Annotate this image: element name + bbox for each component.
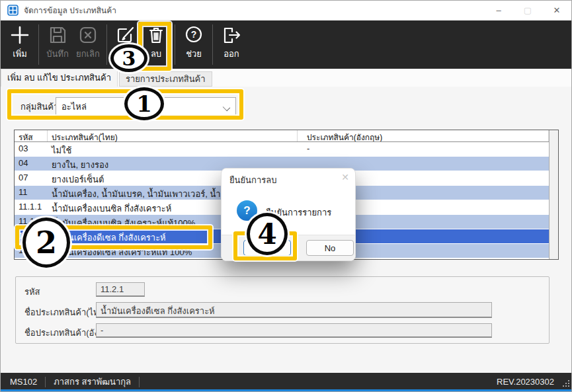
vertical-scrollbar[interactable] — [549, 130, 558, 259]
window-title: จัดการข้อมูล ประเภทสินค้า — [24, 4, 116, 17]
cell-thai: ไม่ใช้ — [48, 142, 298, 156]
minimize-button[interactable]: – — [484, 1, 513, 20]
exit-door-icon — [222, 25, 241, 45]
help-button[interactable]: ? ช่วย — [179, 20, 209, 69]
cell-eng: - — [298, 142, 549, 156]
column-header-english[interactable]: ประเภทสินค้า(อังกฤษ) — [298, 130, 549, 141]
window-accent-line — [1, 389, 571, 391]
help-button-label: ช่วย — [186, 47, 202, 61]
tab-product-type-list[interactable]: รายการประเภทสินค้า — [119, 71, 212, 87]
code-field-label: รหัส — [24, 285, 40, 299]
column-header-code[interactable]: รหัส — [15, 130, 48, 141]
status-separator — [139, 377, 140, 387]
toolbar-separator — [175, 24, 175, 65]
cell-code: 04 — [15, 157, 48, 171]
tab-bar: เพิ่ม ลบ แก้ไข ประเภทสินค้า รายการประเภท… — [1, 69, 571, 87]
app-window: จัดการข้อมูล ประเภทสินค้า – ▢ ✕ เพิ่ม บั… — [0, 0, 572, 392]
code-field[interactable]: 11.2.1 — [96, 282, 145, 297]
help-icon: ? — [184, 25, 204, 45]
maximize-button[interactable]: ▢ — [513, 1, 542, 20]
plus-icon — [10, 25, 30, 45]
toolbar-separator — [38, 24, 39, 65]
save-icon — [48, 25, 67, 45]
cell-code: 07 — [15, 171, 48, 185]
save-button: บันทึก — [42, 20, 73, 69]
titlebar: จัดการข้อมูล ประเภทสินค้า – ▢ ✕ — [1, 1, 571, 20]
thai-name-label: ชื่อประเภทสินค้า(ไทย) — [24, 305, 107, 319]
status-user-name: ภาสกร สราพัฒนากุล — [54, 375, 131, 389]
exit-button-label: ออก — [224, 47, 239, 61]
column-header-thai[interactable]: ประเภทสินค้า(ไทย) — [48, 130, 298, 141]
status-separator — [45, 377, 46, 387]
no-button[interactable]: No — [306, 240, 354, 256]
status-bar: MS102 ภาสกร สราพัฒนากุล REV.20230302 — [1, 373, 571, 391]
add-button[interactable]: เพิ่ม — [5, 20, 35, 69]
window-controls: – ▢ ✕ — [484, 1, 571, 20]
grid-header-row: รหัส ประเภทสินค้า(ไทย) ประเภทสินค้า(อังก… — [15, 130, 549, 142]
close-button[interactable]: ✕ — [542, 1, 571, 20]
toolbar-separator — [106, 24, 107, 65]
svg-text:?: ? — [191, 29, 197, 40]
cancel-icon — [78, 25, 98, 45]
dialog-close-icon[interactable]: ✕ — [341, 172, 349, 182]
detail-form: รหัส 11.2.1 ชื่อประเภทสินค้า(ไทย) น้ำมัน… — [15, 276, 550, 344]
edit-icon — [116, 25, 136, 45]
cell-code: 11 — [15, 186, 48, 200]
step-2-badge: 2 — [22, 217, 70, 268]
add-button-label: เพิ่ม — [13, 47, 27, 61]
exit-button[interactable]: ออก — [216, 20, 247, 69]
table-row[interactable]: 03 ไม่ใช้ - — [15, 142, 549, 157]
step-1-badge: 1 — [124, 87, 164, 120]
thai-name-field[interactable]: น้ำมันเครื่องดีเซล กึ่งสังเคราะห์ — [96, 302, 492, 318]
cancel-button: ยกเลิก — [73, 20, 103, 69]
status-revision: REV.20230302 — [497, 377, 554, 387]
toolbar-separator — [212, 24, 213, 65]
dialog-title: ยืนยันการลบ — [229, 173, 276, 187]
english-name-field[interactable]: - — [96, 323, 492, 338]
toolbar: เพิ่ม บันทึก ยกเลิก แก้ไข — [1, 20, 571, 69]
status-form-code: MS102 — [10, 377, 37, 387]
cell-code: 03 — [15, 142, 48, 156]
save-button-label: บันทึก — [46, 47, 69, 61]
tab-edit-product-type[interactable]: เพิ่ม ลบ แก้ไข ประเภทสินค้า — [1, 69, 118, 87]
cancel-button-label: ยกเลิก — [76, 47, 100, 61]
resize-grip[interactable] — [562, 379, 570, 387]
step-4-badge: 4 — [247, 213, 288, 255]
step-3-badge: 3 — [110, 44, 147, 72]
app-icon — [7, 5, 19, 16]
cell-code: 11.1.1 — [15, 200, 48, 214]
